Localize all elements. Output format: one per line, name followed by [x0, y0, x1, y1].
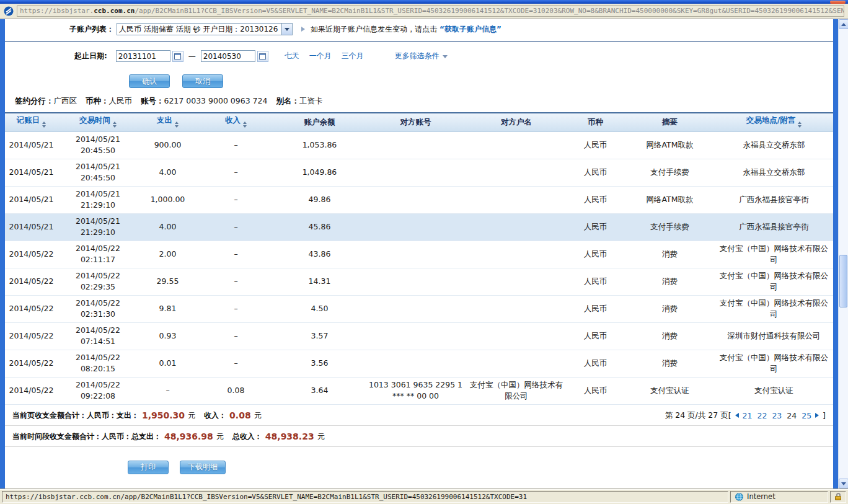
- alias-value: 工资卡: [299, 96, 323, 105]
- pagination-bracket-close: ]: [823, 411, 826, 420]
- calendar-from-button[interactable]: [172, 51, 183, 62]
- cell-inflow: –: [197, 322, 275, 350]
- page-number-link[interactable]: 22: [757, 411, 767, 420]
- column-header-label: 支出: [157, 115, 172, 125]
- page-number-link[interactable]: 25: [802, 411, 811, 420]
- page-number-current: 24: [787, 411, 797, 420]
- table-row[interactable]: 2014/05/222014/05/2202:29:3529.55–14.31人…: [5, 268, 833, 295]
- cell-location: 支付宝（中国）网络技术有限公司: [715, 268, 833, 295]
- table-row[interactable]: 2014/05/222014/05/2202:31:309.81–4.50人民币…: [5, 295, 833, 322]
- column-header-label: 账户余额: [304, 117, 335, 126]
- page-frame: 子账户列表： 人民币 活期储蓄 活期 钞 开户日期：20130126 如果近期子…: [0, 19, 838, 489]
- sort-icon: [42, 120, 46, 130]
- date-range-label: 起止日期:: [74, 51, 107, 61]
- cell-posting-date: 2014/05/22: [5, 268, 58, 295]
- cell-posting-date: 2014/05/22: [5, 322, 58, 350]
- form-actions: 确认 取消: [129, 74, 833, 88]
- period-in-unit: 元: [317, 431, 325, 442]
- cell-location: 支付宝认证: [715, 377, 833, 404]
- scrollbar-thumb[interactable]: [839, 255, 847, 307]
- next-page-icon[interactable]: [815, 413, 821, 418]
- cell-location: 广西永福县接官亭街: [715, 186, 833, 213]
- cell-peer-account: [364, 186, 467, 213]
- page-in-value: 0.08: [229, 410, 251, 420]
- column-header[interactable]: 收入: [197, 113, 275, 131]
- column-header: 对方户名: [467, 113, 566, 131]
- address-url-field[interactable]: https://ibsbjstar.ccb.com.cn/app/B2CMain…: [17, 6, 844, 17]
- vertical-scrollbar[interactable]: [838, 19, 848, 489]
- column-header[interactable]: 交易地点/附言: [715, 113, 833, 131]
- cell-outflow: 2.00: [138, 241, 197, 268]
- download-details-button[interactable]: 下载明细: [180, 461, 226, 474]
- period-summary-row: 当前时间段收支金额合计：人民币： 总支出： 48,936.98 元 总收入： 4…: [5, 426, 833, 447]
- quick-range-link[interactable]: 一个月: [309, 51, 332, 60]
- print-button[interactable]: 打印: [128, 461, 169, 474]
- cell-transaction-time: 2014/05/2202:31:30: [58, 295, 138, 322]
- cell-peer-name: [467, 186, 566, 213]
- quick-range-link[interactable]: 七天: [285, 51, 299, 60]
- more-filters-link[interactable]: 更多筛选条件: [395, 51, 448, 61]
- cell-peer-account: [364, 131, 467, 159]
- column-header[interactable]: 支出: [138, 113, 197, 131]
- cell-posting-date: 2014/05/22: [5, 377, 58, 404]
- cancel-button[interactable]: 取消: [182, 74, 223, 88]
- date-from-input[interactable]: [116, 50, 170, 62]
- cell-peer-name: [467, 213, 566, 241]
- cell-currency: 人民币: [566, 295, 625, 322]
- page-number-link[interactable]: 21: [743, 411, 753, 420]
- table-row[interactable]: 2014/05/212014/05/2121:29:104.00–45.86人民…: [5, 213, 833, 241]
- page-number-link[interactable]: 23: [772, 411, 782, 420]
- cell-outflow: 0.01: [138, 350, 197, 377]
- confirm-button[interactable]: 确认: [129, 74, 170, 88]
- cell-inflow: –: [197, 241, 275, 268]
- table-row[interactable]: 2014/05/212014/05/2120:45:50900.00–1,053…: [5, 131, 833, 159]
- column-header: 摘要: [625, 113, 715, 131]
- subaccount-selected-value: 人民币 活期储蓄 活期 钞 开户日期：20130126: [117, 24, 281, 35]
- cell-summary: 网络ATM取款: [625, 131, 715, 159]
- previous-page-icon[interactable]: [733, 413, 739, 418]
- branch-label: 签约分行：: [15, 96, 54, 105]
- cell-transaction-time: 2014/05/2120:45:50: [58, 131, 138, 159]
- url-domain: ccb.com.cn: [94, 7, 135, 15]
- cell-peer-account: [364, 241, 467, 268]
- table-row[interactable]: 2014/05/212014/05/2120:45:504.00–1,049.8…: [5, 159, 833, 186]
- cell-summary: 消费: [625, 350, 715, 377]
- subaccount-label: 子账户列表：: [5, 24, 114, 35]
- table-row[interactable]: 2014/05/222014/05/2208:20:150.01–3.56人民币…: [5, 350, 833, 377]
- column-header[interactable]: 交易时间: [58, 113, 138, 131]
- table-row[interactable]: 2014/05/222014/05/2207:14:510.93–3.57人民币…: [5, 322, 833, 350]
- cell-peer-name: [467, 322, 566, 350]
- sort-icon: [113, 120, 117, 130]
- divider: [5, 41, 833, 42]
- date-to-input[interactable]: [201, 50, 255, 62]
- close-button[interactable]: [830, 1, 846, 4]
- status-zone-panel: Internet: [730, 491, 828, 503]
- cell-location: 支付宝（中国）网络技术有限公司: [715, 241, 833, 268]
- subaccount-dropdown-button[interactable]: [281, 24, 292, 35]
- scroll-up-button[interactable]: [839, 19, 848, 29]
- cell-transaction-time: 2014/05/2202:11:17: [58, 241, 138, 268]
- cell-outflow: 29.55: [138, 268, 197, 295]
- column-header[interactable]: 记账日: [5, 113, 58, 131]
- quick-range-link[interactable]: 三个月: [342, 51, 364, 60]
- sort-icon: [798, 120, 802, 130]
- cell-transaction-time: 2014/05/2207:14:51: [58, 322, 138, 350]
- cell-posting-date: 2014/05/22: [5, 241, 58, 268]
- arrow-right-icon: [301, 27, 307, 32]
- table-row[interactable]: 2014/05/212014/05/2121:29:101,000.00–49.…: [5, 186, 833, 213]
- address-bar: https://ibsbjstar.ccb.com.cn/app/B2CMain…: [0, 4, 848, 19]
- table-row[interactable]: 2014/05/222014/05/2209:22:08–0.083.64101…: [5, 377, 833, 404]
- cell-transaction-time: 2014/05/2202:29:35: [58, 268, 138, 295]
- cell-outflow: 900.00: [138, 131, 197, 159]
- cell-posting-date: 2014/05/22: [5, 350, 58, 377]
- page-out-unit: 元: [188, 410, 195, 421]
- column-header-label: 对方户名: [501, 117, 532, 126]
- scroll-down-button[interactable]: [839, 479, 848, 489]
- table-row[interactable]: 2014/05/222014/05/2202:11:172.00–43.86人民…: [5, 241, 833, 268]
- calendar-to-button[interactable]: [257, 51, 268, 62]
- cell-peer-account: [364, 322, 467, 350]
- cell-inflow: –: [197, 159, 275, 186]
- subaccount-select[interactable]: 人民币 活期储蓄 活期 钞 开户日期：20130126: [117, 23, 293, 35]
- fetch-subaccount-link[interactable]: “获取子账户信息”: [439, 24, 501, 35]
- chevron-down-icon: [285, 28, 289, 33]
